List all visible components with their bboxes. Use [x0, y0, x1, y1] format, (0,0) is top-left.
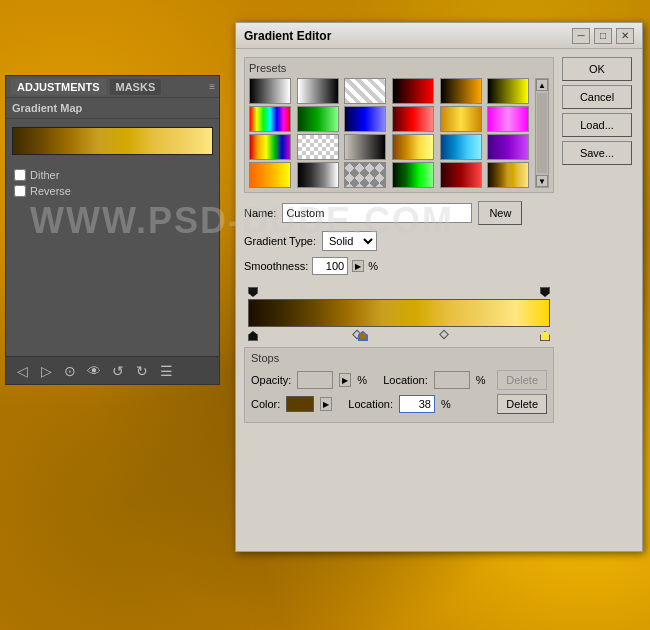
dialog-controls: ─ □ ✕ [572, 28, 634, 44]
color-label: Color: [251, 398, 280, 410]
color-stop-black[interactable] [248, 331, 258, 341]
name-input[interactable] [282, 203, 472, 223]
opacity-stop-right[interactable] [540, 287, 550, 297]
scroll-up-button[interactable]: ▲ [536, 79, 548, 91]
dither-checkbox-label[interactable]: Dither [14, 169, 211, 181]
presets-container: ▲ ▼ [249, 78, 549, 188]
undo-button[interactable]: ↺ [108, 361, 128, 381]
opacity-percent: % [357, 374, 367, 386]
preset-3[interactable] [344, 78, 386, 104]
opacity-delete-button[interactable]: Delete [497, 370, 547, 390]
tab-adjustments[interactable]: ADJUSTMENTS [10, 78, 107, 96]
panel-title: Gradient Map [6, 98, 219, 119]
close-button[interactable]: ✕ [616, 28, 634, 44]
gradient-bar[interactable] [248, 299, 550, 327]
dialog-left: Presets [244, 57, 554, 423]
forward-button[interactable]: ▷ [36, 361, 56, 381]
load-button[interactable]: Load... [562, 113, 632, 137]
gradient-type-row: Gradient Type: Solid Noise [244, 231, 554, 251]
color-delete-button[interactable]: Delete [497, 394, 547, 414]
panel-icons: ≡ [209, 81, 215, 92]
name-row: Name: New [244, 201, 554, 225]
preset-20[interactable] [297, 162, 339, 188]
preset-24[interactable] [487, 162, 529, 188]
color-stop-gold[interactable] [540, 331, 550, 341]
presets-scrollbar: ▲ ▼ [535, 78, 549, 188]
midpoint-diamond-2[interactable] [441, 331, 448, 338]
smoothness-label: Smoothness: [244, 260, 308, 272]
preset-1[interactable] [249, 78, 291, 104]
new-button[interactable]: New [478, 201, 522, 225]
opacity-location-unit: % [476, 374, 486, 386]
opacity-stop-left[interactable] [248, 287, 258, 297]
back-button[interactable]: ◁ [12, 361, 32, 381]
gradient-map-preview[interactable] [12, 127, 213, 155]
color-arrow[interactable]: ▶ [320, 397, 332, 411]
dither-checkbox[interactable] [14, 169, 26, 181]
smoothness-input[interactable] [312, 257, 348, 275]
opacity-arrow[interactable]: ▶ [339, 373, 351, 387]
preset-18[interactable] [487, 134, 529, 160]
color-stops-row [248, 327, 550, 343]
minimize-button[interactable]: ─ [572, 28, 590, 44]
ok-button[interactable]: OK [562, 57, 632, 81]
preset-14[interactable] [297, 134, 339, 160]
preset-17[interactable] [440, 134, 482, 160]
preset-4[interactable] [392, 78, 434, 104]
preset-7[interactable] [249, 106, 291, 132]
dialog-body: Presets [236, 49, 642, 431]
scroll-down-button[interactable]: ▼ [536, 175, 548, 187]
dialog-right: OK Cancel Load... Save... [562, 57, 634, 423]
presets-group: Presets [244, 57, 554, 193]
smoothness-unit: % [368, 260, 378, 272]
maximize-button[interactable]: □ [594, 28, 612, 44]
name-label: Name: [244, 207, 276, 219]
gradient-bar-area [244, 285, 554, 343]
preset-6[interactable] [487, 78, 529, 104]
preset-5[interactable] [440, 78, 482, 104]
save-button[interactable]: Save... [562, 141, 632, 165]
reverse-checkbox-label[interactable]: Reverse [14, 185, 211, 197]
preset-22[interactable] [392, 162, 434, 188]
preset-16[interactable] [392, 134, 434, 160]
gradient-editor-dialog: Gradient Editor ─ □ ✕ Presets [235, 22, 643, 552]
opacity-stop-row: Opacity: ▶ % Location: % Delete [251, 370, 547, 390]
tab-masks[interactable]: MASKS [109, 78, 163, 96]
gradient-type-select[interactable]: Solid Noise [322, 231, 377, 251]
panel-header: ADJUSTMENTS MASKS ≡ [6, 76, 219, 98]
color-stop-active[interactable] [358, 331, 368, 341]
dialog-titlebar: Gradient Editor ─ □ ✕ [236, 23, 642, 49]
color-location-input[interactable] [399, 395, 435, 413]
redo-button[interactable]: ↻ [132, 361, 152, 381]
reverse-label: Reverse [30, 185, 71, 197]
preset-10[interactable] [392, 106, 434, 132]
opacity-label: Opacity: [251, 374, 291, 386]
opacity-value-input[interactable] [297, 371, 333, 389]
preset-15[interactable] [344, 134, 386, 160]
stops-title: Stops [251, 352, 547, 364]
preset-8[interactable] [297, 106, 339, 132]
smoothness-arrow[interactable]: ▶ [352, 260, 364, 272]
preset-23[interactable] [440, 162, 482, 188]
menu-button[interactable]: ☰ [156, 361, 176, 381]
circle-button[interactable]: ⊙ [60, 361, 80, 381]
scroll-track[interactable] [537, 93, 547, 173]
color-stop-row: Color: ▶ Location: % Delete [251, 394, 547, 414]
panel-menu-icon[interactable]: ≡ [209, 81, 215, 92]
reverse-checkbox[interactable] [14, 185, 26, 197]
presets-label: Presets [249, 62, 549, 74]
eye-button[interactable]: 👁 [84, 361, 104, 381]
preset-21[interactable] [344, 162, 386, 188]
opacity-location-input[interactable] [434, 371, 470, 389]
preset-9[interactable] [344, 106, 386, 132]
color-swatch[interactable] [286, 396, 314, 412]
preset-2[interactable] [297, 78, 339, 104]
preset-13[interactable] [249, 134, 291, 160]
opacity-stops-row [248, 285, 550, 299]
preset-12[interactable] [487, 106, 529, 132]
panel-toolbar: ◁ ▷ ⊙ 👁 ↺ ↻ ☰ [6, 356, 219, 384]
preset-11[interactable] [440, 106, 482, 132]
stops-group: Stops Opacity: ▶ % Location: % Delete Co… [244, 347, 554, 423]
preset-19[interactable] [249, 162, 291, 188]
cancel-button[interactable]: Cancel [562, 85, 632, 109]
